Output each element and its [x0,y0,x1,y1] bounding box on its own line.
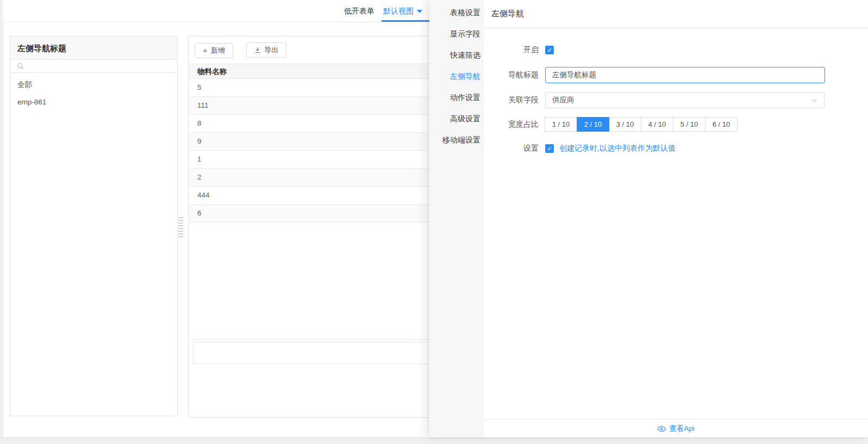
drawer-footer: 查看Api [484,419,868,437]
view-api-link[interactable]: 查看Api [657,424,695,434]
tab-default-view[interactable]: 默认视图 [379,0,427,22]
width-ratio-option[interactable]: 3 / 10 [609,117,641,132]
left-nav-list: 全部emp-861 [10,73,177,111]
left-nav-item[interactable]: emp-861 [10,94,177,111]
settings-nav-item[interactable]: 高级设置 [429,108,484,130]
nav-title-label: 导航标题 [484,70,539,80]
settings-nav-item[interactable]: 快速筛选 [429,45,484,66]
width-ratio-option[interactable]: 4 / 10 [641,117,673,132]
width-ratio-row: 宽度占比 1 / 102 / 103 / 104 / 105 / 106 / 1… [484,117,868,132]
view-tabs: 低开表单 默认视图 [340,0,427,22]
default-value-checkbox[interactable]: ✓ [545,144,554,153]
width-ratio-label: 宽度占比 [484,120,539,130]
width-ratio-option[interactable]: 2 / 10 [577,117,609,132]
enable-row: 开启 ✓ [484,45,868,55]
settings-nav-item[interactable]: 移动端设置 [429,130,484,151]
tab-form-label: 低开表单 [344,7,374,15]
panel-resize-handle[interactable] [178,217,183,237]
related-field-value: 供应商 [552,95,574,105]
width-ratio-option[interactable]: 6 / 10 [705,117,738,132]
settings-label: 设置 [484,144,539,153]
related-field-label: 关联字段 [484,95,539,105]
width-ratio-options: 1 / 102 / 103 / 104 / 105 / 106 / 10 [545,117,738,132]
tab-default-view-label: 默认视图 [383,7,414,15]
settings-option-row: 设置 ✓ 创建记录时,以选中列表作为默认值 [484,144,868,153]
nav-title-row: 导航标题 [484,67,868,83]
settings-nav: 表格设置显示字段快速筛选左侧导航动作设置高级设置移动端设置 [429,0,484,437]
enable-checkbox[interactable]: ✓ [545,46,554,54]
tab-form[interactable]: 低开表单 [340,0,379,22]
settings-content: 左侧导航 开启 ✓ 导航标题 关联字段 供应商 宽度占比 [484,0,868,437]
left-nav-panel: 左侧导航标题 全部emp-861 [10,36,178,416]
related-field-row: 关联字段 供应商 [484,92,868,108]
add-button[interactable]: + 新增 [195,43,233,58]
width-ratio-option[interactable]: 1 / 10 [545,117,577,132]
default-value-option-label[interactable]: 创建记录时,以选中列表作为默认值 [559,144,676,153]
download-icon [254,47,261,53]
left-nav-settings-form: 开启 ✓ 导航标题 关联字段 供应商 宽度占比 [484,28,868,153]
left-nav-title: 左侧导航标题 [10,36,177,60]
eye-icon [657,425,666,432]
settings-nav-item[interactable]: 显示字段 [429,23,484,45]
bottom-strip [0,437,868,444]
enable-label: 开启 [484,45,539,55]
related-field-select[interactable]: 供应商 [545,92,825,108]
left-nav-item[interactable]: 全部 [10,76,177,94]
left-nav-search[interactable] [10,60,177,73]
view-api-label: 查看Api [669,424,695,434]
settings-drawer: 表格设置显示字段快速筛选左侧导航动作设置高级设置移动端设置 左侧导航 开启 ✓ … [429,0,868,437]
nav-title-input[interactable] [545,67,825,83]
add-button-label: 新增 [211,46,225,55]
plus-icon: + [203,46,208,54]
column-header-material-name: 物料名称 [197,67,227,76]
search-input[interactable] [27,61,177,72]
export-button[interactable]: 导出 [246,42,286,58]
width-ratio-option[interactable]: 5 / 10 [673,117,705,132]
settings-panel-title: 左侧导航 [484,0,868,28]
chevron-down-icon [811,98,817,103]
settings-nav-item[interactable]: 表格设置 [429,2,484,23]
chevron-down-icon [417,10,422,13]
settings-nav-item[interactable]: 动作设置 [429,87,484,108]
settings-nav-item[interactable]: 左侧导航 [429,66,484,87]
export-button-label: 导出 [264,45,278,55]
search-icon [17,63,24,70]
